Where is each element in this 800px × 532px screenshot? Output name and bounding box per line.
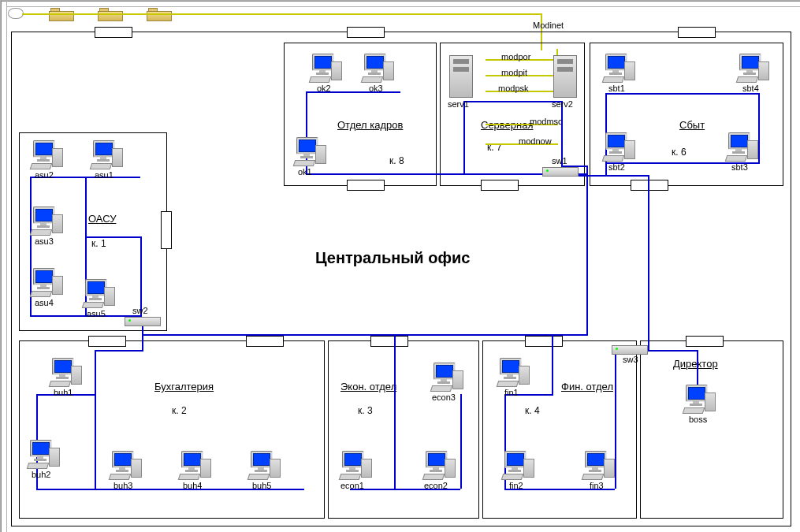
label-asu5: asu5 bbox=[87, 309, 106, 318]
label-fin3: fin3 bbox=[590, 481, 604, 490]
label-asu3: asu3 bbox=[35, 236, 54, 246]
server-icon bbox=[553, 55, 577, 98]
pc-icon bbox=[359, 54, 394, 82]
label-serv1: serv1 bbox=[448, 99, 469, 109]
cloud-icon bbox=[8, 8, 24, 19]
pc-icon bbox=[107, 451, 142, 479]
label-sbt1: sbt1 bbox=[608, 84, 625, 93]
door-icon bbox=[246, 336, 284, 347]
room-title-acct: Бухгалтерия bbox=[154, 381, 214, 392]
door-icon bbox=[631, 180, 668, 191]
pc-icon bbox=[735, 54, 769, 82]
diagram-title: Центральный офис bbox=[315, 249, 470, 267]
null-ruler-v bbox=[0, 0, 7, 532]
label-modnow: modnow bbox=[519, 136, 552, 146]
door-icon bbox=[347, 27, 385, 38]
label-asu2: asu2 bbox=[35, 170, 54, 180]
door-icon bbox=[481, 180, 519, 191]
pc-icon bbox=[601, 54, 635, 82]
pc-icon bbox=[337, 451, 372, 479]
door-icon bbox=[88, 336, 126, 347]
switch-icon bbox=[125, 317, 161, 326]
room-num-hr: к. 8 bbox=[389, 155, 404, 166]
pc-icon bbox=[681, 385, 716, 413]
pc-icon bbox=[246, 451, 281, 479]
label-buh3: buh3 bbox=[113, 481, 132, 490]
door-icon bbox=[95, 27, 132, 38]
pc-icon bbox=[28, 140, 63, 169]
switch-icon bbox=[542, 167, 579, 177]
pc-icon bbox=[177, 451, 211, 479]
label-sw3: sw3 bbox=[623, 355, 638, 364]
label-fin1: fin1 bbox=[504, 388, 519, 397]
label-modpit: modpit bbox=[501, 68, 527, 77]
label-sbt4: sbt4 bbox=[742, 84, 759, 93]
label-sw1: sw1 bbox=[552, 156, 567, 166]
label-modpsk: modpsk bbox=[498, 84, 529, 93]
pc-icon bbox=[500, 451, 534, 479]
room-num-sales: к. 6 bbox=[672, 147, 687, 158]
label-buh2: buh2 bbox=[32, 470, 50, 479]
pc-icon bbox=[88, 140, 123, 169]
door-icon bbox=[525, 336, 563, 347]
pc-icon bbox=[429, 363, 463, 391]
label-econ3: econ3 bbox=[432, 392, 456, 402]
room-num-econ: к. 3 bbox=[358, 405, 373, 416]
room-title-hr: Отдел кадров bbox=[337, 119, 403, 131]
pc-icon bbox=[724, 132, 758, 161]
room-title-econ: Экон. отдел bbox=[340, 381, 396, 392]
label-econ2: econ2 bbox=[424, 481, 448, 490]
door-icon bbox=[686, 336, 724, 347]
label-boss: boss bbox=[689, 415, 707, 424]
server-icon bbox=[449, 55, 473, 98]
label-asu1: asu1 bbox=[95, 170, 113, 180]
pc-icon bbox=[28, 268, 63, 296]
door-icon bbox=[678, 27, 716, 38]
label-econ1: econ1 bbox=[340, 481, 364, 490]
switch-icon bbox=[612, 345, 648, 355]
door-icon bbox=[347, 180, 385, 191]
label-buh1: buh1 bbox=[54, 388, 73, 397]
label-modinet: Modinet bbox=[533, 20, 564, 30]
room-num-fin: к. 4 bbox=[525, 405, 540, 416]
pc-icon bbox=[580, 451, 615, 479]
room-title-sales: Сбыт bbox=[679, 119, 705, 131]
room-num-acct: к. 2 bbox=[172, 405, 187, 416]
room-title-dir: Директор bbox=[673, 358, 718, 370]
label-ok2: ok2 bbox=[317, 84, 331, 93]
label-serv2: serv2 bbox=[552, 99, 573, 109]
pc-icon bbox=[28, 206, 63, 235]
label-buh4: buh4 bbox=[183, 481, 202, 490]
pc-icon bbox=[47, 358, 82, 386]
door-icon bbox=[370, 336, 408, 347]
label-fin2: fin2 bbox=[509, 481, 523, 490]
pc-icon bbox=[292, 137, 326, 166]
pc-icon bbox=[601, 132, 635, 161]
label-buh5: buh5 bbox=[252, 481, 271, 490]
room-title-oasy: ОАСУ bbox=[88, 213, 116, 225]
pc-icon bbox=[495, 358, 530, 386]
label-modmsc: modmsc bbox=[530, 117, 563, 126]
label-sw2: sw2 bbox=[132, 306, 148, 315]
pc-icon bbox=[421, 451, 456, 479]
label-sbt2: sbt2 bbox=[608, 162, 625, 172]
label-ok3: ok3 bbox=[369, 84, 383, 93]
pc-icon bbox=[307, 54, 342, 82]
label-ok1: ok1 bbox=[298, 167, 312, 177]
door-icon bbox=[161, 211, 172, 249]
label-modpor: modpor bbox=[501, 52, 530, 61]
pc-icon bbox=[80, 279, 115, 307]
room-title-fin: Фин. отдел bbox=[561, 381, 613, 392]
label-sbt3: sbt3 bbox=[731, 162, 748, 172]
pc-icon bbox=[25, 440, 60, 468]
null-ruler-h bbox=[0, 0, 800, 7]
label-asu4: asu4 bbox=[35, 298, 54, 307]
room-num-oasy: к. 1 bbox=[91, 238, 106, 249]
